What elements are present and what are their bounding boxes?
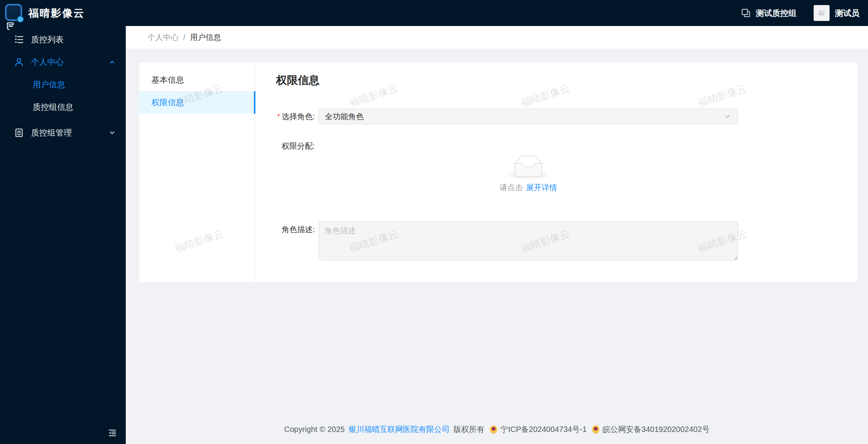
rights-text: 版权所有 [453, 425, 484, 434]
app-logo-icon [5, 4, 23, 22]
sidebar-subitem-label: 质控组信息 [33, 102, 73, 113]
board-icon [14, 128, 24, 138]
sidebar: 质控列表 个人中心 用户信息 质控组信息 质控组管理 [0, 26, 126, 444]
breadcrumb-parent[interactable]: 个人中心 [148, 32, 179, 43]
sidebar-item-label: 质控组管理 [31, 127, 72, 138]
role-select[interactable]: 全功能角色 [319, 109, 738, 124]
group-switch-icon [741, 8, 751, 18]
app-title: 福晴影像云 [28, 6, 85, 20]
tab-permission-info[interactable]: 权限信息 [139, 91, 255, 114]
company-link[interactable]: 银川福晴互联网医院有限公司 [349, 425, 450, 434]
pane-title: 权限信息 [255, 73, 857, 88]
icp-number: 宁ICP备2024004734号-1 [500, 425, 587, 434]
page-footer: Copyright © 2025银川福晴互联网医院有限公司版权所有宁ICP备20… [126, 424, 868, 435]
empty-box-icon [510, 155, 547, 179]
menu-fold-icon [107, 428, 118, 438]
sidebar-subitem-label: 用户信息 [33, 79, 65, 90]
permission-label: 权限分配: [255, 138, 319, 154]
sidebar-subitem-qc-group-info[interactable]: 质控组信息 [0, 96, 126, 118]
tab-basic-info[interactable]: 基本信息 [139, 69, 255, 91]
expand-details-link[interactable]: 展开详情 [526, 183, 557, 192]
group-switcher-label: 测试质控组 [756, 8, 797, 19]
content-card: 基本信息 权限信息 权限信息 *选择角色: 全功能角色 [139, 62, 857, 282]
breadcrumb-separator: / [183, 33, 186, 42]
sidebar-item-personal-center[interactable]: 个人中心 [0, 51, 126, 73]
copyright-text: Copyright © 2025 [284, 425, 345, 434]
group-switcher[interactable]: 测试质控组 [741, 8, 797, 19]
ordered-list-icon [14, 35, 24, 45]
sidebar-item-qc-group-manage[interactable]: 质控组管理 [0, 121, 126, 144]
brand: 福晴影像云 [0, 4, 126, 22]
app-header: 福晴影像云 测试质控组 测试员 [0, 0, 868, 26]
permission-pane: 权限信息 *选择角色: 全功能角色 权限分配: [255, 62, 857, 282]
tab-column: 基本信息 权限信息 [139, 62, 255, 282]
tab-label: 权限信息 [151, 97, 184, 108]
permission-empty-state: 请点击展开详情 [319, 138, 738, 193]
required-asterisk: * [277, 112, 280, 121]
user-avatar[interactable] [814, 5, 830, 21]
main-area: 个人中心 / 用户信息 基本信息 权限信息 权限信息 *选择角色: 全功能角色 [126, 26, 868, 444]
breadcrumb-current: 用户信息 [190, 32, 221, 43]
police-number: 皖公网安备34019202002402号 [602, 425, 710, 434]
user-icon [14, 57, 24, 67]
police-badge-icon [490, 425, 497, 434]
sidebar-item-label: 个人中心 [31, 57, 64, 68]
username[interactable]: 测试员 [835, 8, 859, 19]
role-select-value: 全功能角色 [325, 111, 364, 122]
chevron-up-icon [108, 58, 116, 66]
tab-label: 基本信息 [151, 75, 184, 85]
role-description-input[interactable] [319, 222, 738, 260]
police-badge-icon [592, 425, 599, 434]
description-row: 角色描述: [255, 222, 857, 260]
permission-row: 权限分配: 请点击展开详情 [255, 138, 857, 193]
sidebar-subitem-user-info[interactable]: 用户信息 [0, 73, 126, 96]
broken-image-icon [818, 10, 825, 16]
role-select-label: *选择角色: [255, 109, 319, 124]
sidebar-item-label: 质控列表 [31, 34, 64, 45]
role-select-row: *选择角色: 全功能角色 [255, 109, 857, 124]
chevron-down-icon [108, 128, 116, 137]
empty-hint: 请点击 [500, 183, 523, 192]
breadcrumb: 个人中心 / 用户信息 [126, 26, 868, 49]
description-label: 角色描述: [255, 222, 319, 237]
sidebar-collapse-button[interactable] [106, 427, 118, 439]
select-chevron-down-icon [723, 112, 732, 121]
